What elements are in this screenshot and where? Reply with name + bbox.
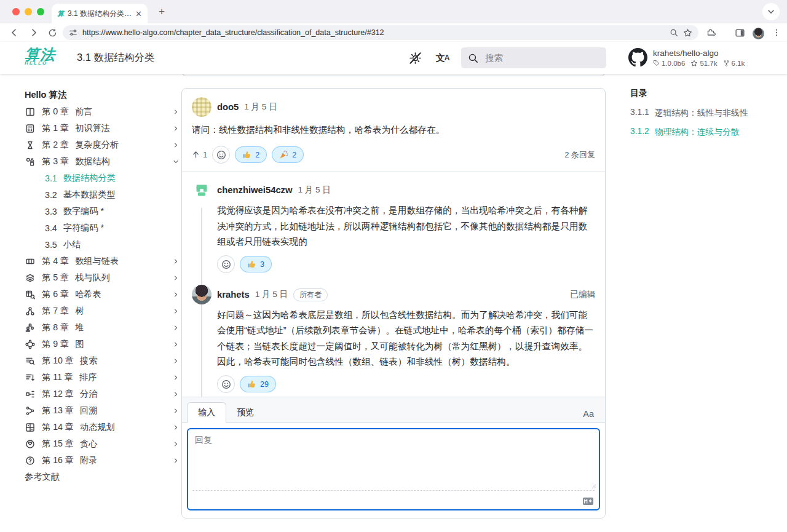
upvote-button[interactable]: 1 — [192, 150, 207, 159]
comment-author[interactable]: krahets — [217, 290, 250, 300]
sidebar-item-chapter-6[interactable]: 第 6 章 哈希表 — [25, 286, 180, 303]
sidebar-item-chapter-13[interactable]: 第 13 章 回溯 — [25, 402, 180, 419]
heap-icon — [25, 322, 36, 333]
reaction-count: 2 — [292, 151, 296, 159]
sidebar-item-chapter-10[interactable]: 第 10 章 搜索 — [25, 352, 180, 369]
theme-toggle-icon[interactable] — [408, 50, 422, 65]
chapter-number: 第 0 章 — [42, 106, 69, 117]
browser-menu-icon[interactable] — [770, 26, 783, 39]
reload-button[interactable] — [45, 26, 59, 39]
text-format-button[interactable]: Aa — [577, 405, 600, 423]
sidebar-item-chapter-7[interactable]: 第 7 章 树 — [25, 303, 180, 319]
avatar[interactable] — [192, 285, 212, 304]
github-repo-link[interactable]: krahets/hello-algo 1.0.0b6 51.7k 6.1k — [628, 48, 745, 67]
avatar[interactable] — [192, 97, 212, 117]
section-name: 字符编码 * — [63, 222, 104, 234]
side-panel-icon[interactable] — [733, 26, 746, 39]
comment-author[interactable]: doo5 — [217, 102, 239, 112]
avatar[interactable] — [192, 180, 212, 200]
sidebar-item-chapter-0[interactable]: 第 0 章 前言 — [25, 103, 180, 120]
tab-close-icon[interactable]: ✕ — [135, 10, 142, 18]
sidebar-item-chapter-9[interactable]: 第 9 章 图 — [25, 336, 180, 352]
reaction-thumbs-up[interactable]: 3 — [240, 256, 272, 272]
sidebar-item-3-1[interactable]: 3.1 数据结构分类 — [25, 170, 180, 186]
extensions-icon[interactable] — [705, 26, 718, 39]
new-tab-button[interactable]: + — [155, 5, 168, 18]
back-button[interactable] — [7, 26, 21, 39]
hash-table-icon — [25, 289, 36, 300]
reaction-party[interactable]: 2 — [272, 146, 304, 163]
section-name: 数字编码 * — [63, 205, 104, 217]
reply-textarea[interactable] — [188, 429, 599, 488]
toc-item-3-1-1[interactable]: 3.1.1 逻辑结构：线性与非线性 — [630, 108, 781, 119]
repo-stars: 51.7k — [700, 60, 717, 67]
sidebar-item-3-4[interactable]: 3.4 字符编码 * — [25, 220, 180, 236]
tab-search-button[interactable] — [762, 3, 780, 20]
search-input[interactable] — [484, 52, 585, 63]
chapter-number: 第 10 章 — [42, 355, 74, 367]
browser-tab[interactable]: 算 3.1 数据结构分类 - Hello 算法 ✕ — [52, 4, 148, 23]
sidebar-item-chapter-3[interactable]: 第 3 章 数据结构 — [25, 153, 180, 170]
add-reaction-button[interactable] — [217, 255, 235, 273]
mac-zoom-button[interactable] — [37, 8, 44, 15]
add-reaction-button[interactable] — [212, 146, 230, 164]
bookmark-star-icon[interactable] — [683, 28, 692, 38]
sidebar-item-chapter-2[interactable]: 第 2 章 复杂度分析 — [25, 137, 180, 153]
mac-close-button[interactable] — [12, 8, 20, 15]
array-icon — [25, 256, 36, 267]
resize-grip[interactable] — [591, 484, 596, 489]
browser-profile-avatar[interactable] — [751, 26, 765, 40]
comment-main: doo5 1 月 5 日 请问：线性数据结构和非线性数据结构，哈希表为什么都存在… — [182, 89, 605, 172]
sidebar-item-3-3[interactable]: 3.3 数字编码 * — [25, 203, 180, 220]
tab-preview[interactable]: 预览 — [226, 403, 264, 423]
reaction-count: 2 — [255, 151, 259, 159]
github-icon — [628, 48, 647, 67]
chapter-name: 贪心 — [80, 438, 97, 450]
comment-date[interactable]: 1 月 5 日 — [298, 185, 331, 196]
forward-button[interactable] — [27, 26, 41, 39]
chevron-right-icon — [172, 141, 180, 149]
mac-minimize-button[interactable] — [25, 8, 32, 15]
sidebar-item-chapter-15[interactable]: 第 15 章 贪心 — [25, 435, 180, 452]
reaction-thumbs-up[interactable]: 29 — [240, 376, 276, 392]
sort-icon — [25, 372, 36, 383]
sidebar-item-chapter-5[interactable]: 第 5 章 栈与队列 — [25, 269, 180, 286]
chevron-right-icon — [172, 357, 180, 365]
repo-meta: 1.0.0b6 51.7k 6.1k — [653, 60, 745, 67]
sidebar-item-chapter-4[interactable]: 第 4 章 数组与链表 — [25, 253, 180, 269]
add-reaction-button[interactable] — [217, 375, 235, 393]
sidebar-item-chapter-12[interactable]: 第 12 章 分治 — [25, 386, 180, 402]
reaction-thumbs-up[interactable]: 2 — [235, 146, 267, 163]
tab-write[interactable]: 输入 — [187, 402, 226, 423]
toc-item-3-1-2[interactable]: 3.1.2 物理结构：连续与分散 — [630, 127, 781, 138]
smiley-icon — [221, 379, 231, 389]
chevron-right-icon — [172, 407, 180, 415]
markdown-icon[interactable] — [583, 498, 593, 505]
search-box[interactable] — [461, 47, 606, 68]
chevron-right-icon — [172, 274, 180, 282]
sidebar-item-references[interactable]: 参考文献 — [25, 469, 180, 485]
section-name: 小结 — [63, 239, 81, 250]
address-bar[interactable]: https://www.hello-algo.com/chapter_data_… — [63, 25, 698, 40]
sidebar-item-chapter-11[interactable]: 第 11 章 排序 — [25, 369, 180, 386]
comment-author[interactable]: chenzhiwei54czw — [217, 185, 293, 195]
comment-date[interactable]: 1 月 5 日 — [244, 101, 277, 113]
comment-date[interactable]: 1 月 5 日 — [255, 289, 288, 300]
chapter-name: 排序 — [79, 371, 97, 383]
url-text[interactable]: https://www.hello-algo.com/chapter_data_… — [82, 28, 665, 37]
chapter-number: 第 8 章 — [42, 322, 69, 333]
sidebar-item-chapter-8[interactable]: 第 8 章 堆 — [25, 319, 180, 336]
sidebar-item-3-2[interactable]: 3.2 基本数据类型 — [25, 186, 180, 203]
thumbs-up-icon — [247, 260, 256, 269]
sidebar-item-chapter-16[interactable]: 第 16 章 附录 — [25, 452, 180, 469]
sidebar-item-3-5[interactable]: 3.5 小结 — [25, 236, 180, 253]
sidebar-site-title[interactable]: Hello 算法 — [25, 87, 180, 103]
chapter-name: 附录 — [80, 455, 97, 466]
sidebar-item-chapter-1[interactable]: 第 1 章 初识算法 — [25, 120, 180, 137]
book-icon — [25, 106, 36, 117]
site-logo[interactable]: 算法 HELLO — [25, 47, 55, 66]
chapter-name: 前言 — [75, 106, 92, 117]
sidebar-item-chapter-14[interactable]: 第 14 章 动态规划 — [25, 419, 180, 435]
chevron-right-icon — [172, 291, 180, 298]
language-translate-icon[interactable]: 文A — [435, 50, 450, 65]
